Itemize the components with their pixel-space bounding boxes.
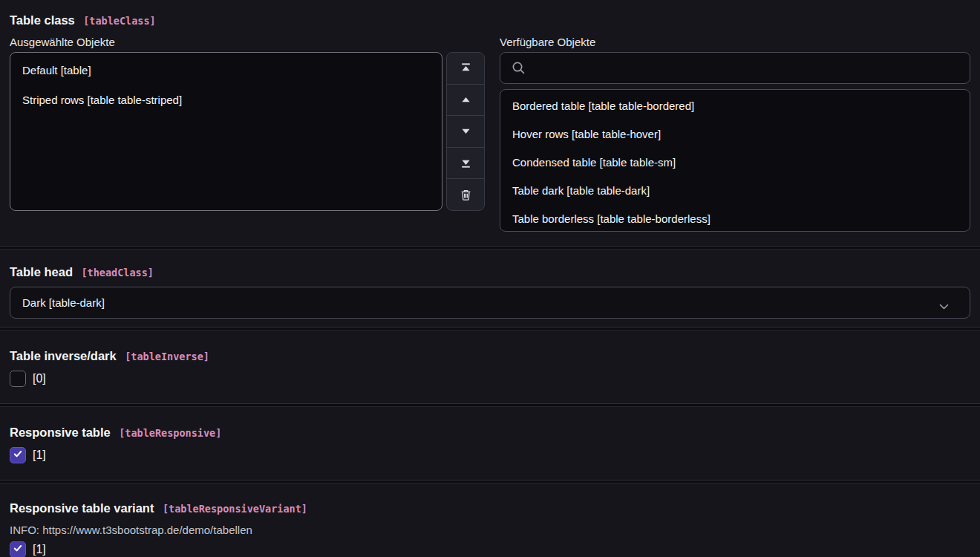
move-down-button[interactable] bbox=[447, 116, 484, 148]
checkbox-label: [1] bbox=[33, 449, 46, 462]
move-to-bottom-button[interactable] bbox=[447, 148, 484, 180]
field-heading-table-class: Table class [tableClass] bbox=[10, 12, 970, 29]
multiselect-row: Ausgewählte Objekte Default [table] Stri… bbox=[10, 35, 970, 232]
field-heading-responsive-table-variant: Responsive table variant [tableResponsiv… bbox=[10, 500, 970, 517]
available-objects-list[interactable]: Bordered table [table table-bordered] Ho… bbox=[500, 89, 970, 232]
selected-objects-list[interactable]: Default [table] Striped rows [table tabl… bbox=[10, 52, 442, 211]
list-item[interactable]: Condensed table [table table-sm] bbox=[500, 148, 970, 176]
move-to-top-button[interactable] bbox=[447, 53, 484, 85]
field-title: Table class bbox=[10, 13, 75, 27]
list-item[interactable]: Table dark [table table-dark] bbox=[500, 176, 970, 204]
delete-button[interactable] bbox=[447, 179, 484, 210]
move-button-group bbox=[446, 52, 485, 211]
list-item[interactable]: Striped rows [table table-striped] bbox=[10, 85, 442, 114]
selected-objects-label: Ausgewählte Objekte bbox=[10, 35, 442, 49]
list-item[interactable]: Default [table] bbox=[10, 55, 442, 85]
select-value: Dark [table-dark] bbox=[22, 296, 105, 309]
selected-objects-column: Ausgewählte Objekte Default [table] Stri… bbox=[10, 35, 442, 211]
move-to-bottom-icon bbox=[460, 157, 472, 169]
field-title: Table head bbox=[10, 265, 73, 278]
available-objects-column: Verfügbare Objekte Bordered table [table… bbox=[500, 35, 970, 232]
info-text: INFO: https://www.t3sbootstrap.de/demo/t… bbox=[10, 523, 970, 537]
search-input[interactable] bbox=[500, 52, 970, 84]
field-key: [theadClass] bbox=[81, 267, 154, 278]
table-inverse-checkbox[interactable] bbox=[10, 371, 26, 387]
checkbox-row: [1] bbox=[10, 447, 970, 463]
field-key: [tableInverse] bbox=[125, 351, 209, 362]
table-head-select[interactable]: Dark [table-dark] bbox=[10, 287, 970, 319]
field-key: [tableResponsive] bbox=[119, 427, 221, 439]
responsive-table-variant-checkbox[interactable] bbox=[10, 541, 26, 557]
chevron-down-icon bbox=[939, 300, 949, 313]
section-responsive-table-variant: Responsive table variant [tableResponsiv… bbox=[10, 483, 970, 557]
field-key: [tableResponsiveVariant] bbox=[163, 503, 307, 515]
checkmark-icon bbox=[13, 543, 23, 556]
spacer bbox=[446, 35, 485, 52]
form-page: Table class [tableClass] Ausgewählte Obj… bbox=[0, 0, 980, 557]
field-key: [tableClass] bbox=[83, 15, 156, 27]
field-title: Responsive table bbox=[10, 426, 111, 439]
checkbox-row: [0] bbox=[10, 371, 970, 387]
list-item[interactable]: Hover rows [table table-hover] bbox=[500, 120, 970, 148]
responsive-table-checkbox[interactable] bbox=[10, 447, 26, 463]
field-heading-table-head: Table head [theadClass] bbox=[10, 264, 970, 281]
move-up-icon bbox=[460, 94, 472, 106]
section-table-inverse: Table inverse/dark [tableInverse] [0] bbox=[10, 330, 970, 403]
move-buttons-column bbox=[446, 35, 485, 211]
field-heading-table-inverse: Table inverse/dark [tableInverse] bbox=[10, 348, 970, 365]
trash-icon bbox=[460, 189, 472, 201]
move-to-top-icon bbox=[460, 62, 472, 74]
section-responsive-table: Responsive table [tableResponsive] [1] bbox=[10, 407, 970, 480]
section-table-class: Table class [tableClass] Ausgewählte Obj… bbox=[10, 12, 970, 246]
move-up-button[interactable] bbox=[447, 85, 484, 117]
field-heading-responsive-table: Responsive table [tableResponsive] bbox=[10, 424, 970, 441]
available-search bbox=[500, 52, 970, 84]
checkbox-label: [1] bbox=[33, 543, 46, 556]
move-down-icon bbox=[460, 125, 472, 137]
available-objects-label: Verfügbare Objekte bbox=[500, 35, 970, 49]
list-item[interactable]: Bordered table [table table-bordered] bbox=[500, 91, 970, 120]
field-title: Responsive table variant bbox=[10, 501, 154, 515]
field-title: Table inverse/dark bbox=[10, 349, 117, 362]
checkbox-row: [1] bbox=[10, 541, 970, 557]
section-table-head: Table head [theadClass] Dark [table-dark… bbox=[10, 250, 970, 327]
checkmark-icon bbox=[13, 449, 23, 462]
list-item[interactable]: Table borderless [table table-borderless… bbox=[500, 204, 970, 232]
checkbox-label: [0] bbox=[33, 372, 46, 385]
